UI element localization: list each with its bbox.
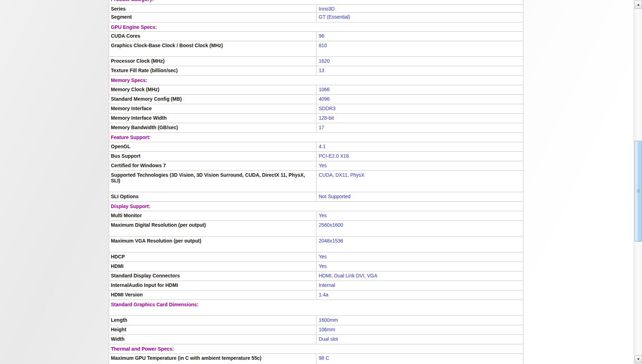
spec-value: Yes (316, 211, 523, 221)
section-row: Thermal and Power Specs: (109, 344, 523, 354)
spec-value: 1600mm (316, 316, 523, 325)
spec-value: 128-bit (316, 114, 523, 123)
spec-value: 2048x1536 (316, 237, 523, 252)
spec-row: Maximum VGA Resolution (per output)2048x… (109, 237, 523, 252)
vertical-scrollbar[interactable]: ▲ ▼ (634, 0, 642, 364)
spec-value: Yes (316, 262, 523, 271)
spec-row: SegmentGT (Essential) (109, 13, 523, 23)
spec-value: SDDR3 (316, 104, 523, 114)
spec-value: PCI-E2.0 X16 (316, 152, 523, 161)
spec-label: Memory Interface (109, 104, 316, 114)
section-row: GPU Engine Specs: (109, 23, 523, 32)
spec-row: Standard Memory Config (MB)4096 (109, 95, 523, 104)
spec-value: 106mm (316, 325, 523, 335)
spec-label: Standard Memory Config (MB) (109, 95, 316, 104)
scroll-up-arrow-icon: ▲ (636, 3, 641, 6)
scroll-down-arrow-icon: ▼ (636, 358, 641, 361)
spec-row: Certified for Windows 7Yes (109, 161, 523, 171)
spec-row: Standard Display ConnectorsHDMI, Dual Li… (109, 271, 523, 281)
spec-value: Dual slot (316, 335, 523, 344)
spec-label: CUDA Cores (109, 32, 316, 41)
spec-label: Texture Fill Rate (billion/sec) (109, 66, 316, 76)
section-row: Product Category: (109, 0, 523, 5)
spec-row: Length1600mm (109, 316, 523, 325)
spec-row: Memory Clock (MHz)1066 (109, 85, 523, 95)
spec-value: 1066 (316, 85, 523, 95)
spec-row: Processor Clock (MHz)1620 (109, 57, 523, 66)
spec-value: 96 (316, 32, 523, 41)
spec-row: Maximum Digital Resolution (per output)2… (109, 221, 523, 237)
spec-row: Supported Technologies (3D Vision, 3D Vi… (109, 171, 523, 192)
spec-row: Memory Interface Width128-bit (109, 114, 523, 123)
spec-label: Maximum VGA Resolution (per output) (109, 237, 316, 252)
section-header: Thermal and Power Specs: (109, 344, 523, 354)
spec-value: 2560x1600 (316, 221, 523, 237)
spec-row: SeriesInno3D (109, 5, 523, 13)
spec-row: CUDA Cores96 (109, 32, 523, 41)
spec-row: HDCPYes (109, 252, 523, 262)
gpu-spec-table: Product Category:SeriesInno3DSegmentGT (… (109, 0, 523, 364)
spec-value: 13 (316, 66, 523, 76)
spec-row: SLI OptionsNot Supported (109, 192, 523, 202)
section-header: Feature Support: (109, 133, 523, 142)
spec-row: Texture Fill Rate (billion/sec)13 (109, 66, 523, 76)
spec-value: 4096 (316, 95, 523, 104)
section-row: Standard Graphics Card Dimensions: (109, 300, 523, 316)
spec-label: Memory Clock (MHz) (109, 85, 316, 95)
spec-row: Maximum GPU Temperature (in C with ambie… (109, 354, 523, 364)
spec-value: 1620 (316, 57, 523, 66)
spec-row: Graphics Clock-Base Clock / Boost Clock … (109, 41, 523, 57)
spec-value: CUDA, DX11, PhysX (316, 171, 523, 192)
spec-value: Internal (316, 281, 523, 290)
spec-value: GT (Essential) (316, 13, 523, 23)
spec-label: Maximum GPU Temperature (in C with ambie… (109, 354, 316, 364)
section-row: Display Support: (109, 202, 523, 211)
spec-label: Supported Technologies (3D Vision, 3D Vi… (109, 171, 316, 192)
scrollbar-up-button[interactable]: ▲ (635, 1, 642, 9)
spec-label: Memory Bandwidth (GB/sec) (109, 123, 316, 133)
spec-label: HDMI (109, 262, 316, 271)
spec-label: Maximum Digital Resolution (per output) (109, 221, 316, 237)
spec-label: HDMI Version (109, 290, 316, 300)
spec-label: HDCP (109, 252, 316, 262)
section-header: Display Support: (109, 202, 523, 211)
spec-label: Bus Support (109, 152, 316, 161)
spec-label: Series (109, 5, 316, 13)
spec-label: Segment (109, 13, 316, 23)
scrollbar-grip-icon (637, 190, 640, 193)
spec-label: OpenGL (109, 142, 316, 152)
scrollbar-thumb[interactable] (635, 141, 642, 241)
section-row: Feature Support: (109, 133, 523, 142)
scrollbar-track[interactable] (634, 10, 642, 354)
spec-label: Standard Display Connectors (109, 271, 316, 281)
spec-value: HDMI, Dual Link DVI, VGA (316, 271, 523, 281)
spec-row: HDMI Version1.4a (109, 290, 523, 300)
scrollbar-down-button[interactable]: ▼ (635, 355, 642, 363)
section-row: Memory Specs: (109, 76, 523, 85)
spec-value: Yes (316, 161, 523, 171)
spec-label: Length (109, 316, 316, 325)
spec-label: Processor Clock (MHz) (109, 57, 316, 66)
spec-row: HDMIYes (109, 262, 523, 271)
spec-value: 810 (316, 41, 523, 57)
spec-value: Not Supported (316, 192, 523, 202)
spec-value: 98 C (316, 354, 523, 364)
spec-row: Height106mm (109, 325, 523, 335)
spec-label: Width (109, 335, 316, 344)
spec-row: Multi MonitorYes (109, 211, 523, 221)
spec-label: InternalAudio Input for HDMI (109, 281, 316, 290)
spec-value: 17 (316, 123, 523, 133)
section-header: Memory Specs: (109, 76, 523, 85)
section-header: Product Category: (109, 0, 523, 5)
spec-value: 1.4a (316, 290, 523, 300)
spec-value: Yes (316, 252, 523, 262)
spec-row: OpenGL4.1 (109, 142, 523, 152)
spec-label: Memory Interface Width (109, 114, 316, 123)
spec-row: WidthDual slot (109, 335, 523, 344)
section-header: GPU Engine Specs: (109, 23, 523, 32)
browser-page: { "table": { "rows": [ { "type": "sectio… (0, 0, 642, 364)
spec-row: Bus SupportPCI-E2.0 X16 (109, 152, 523, 161)
spec-label: SLI Options (109, 192, 316, 202)
spec-label: Multi Monitor (109, 211, 316, 221)
spec-value: 4.1 (316, 142, 523, 152)
